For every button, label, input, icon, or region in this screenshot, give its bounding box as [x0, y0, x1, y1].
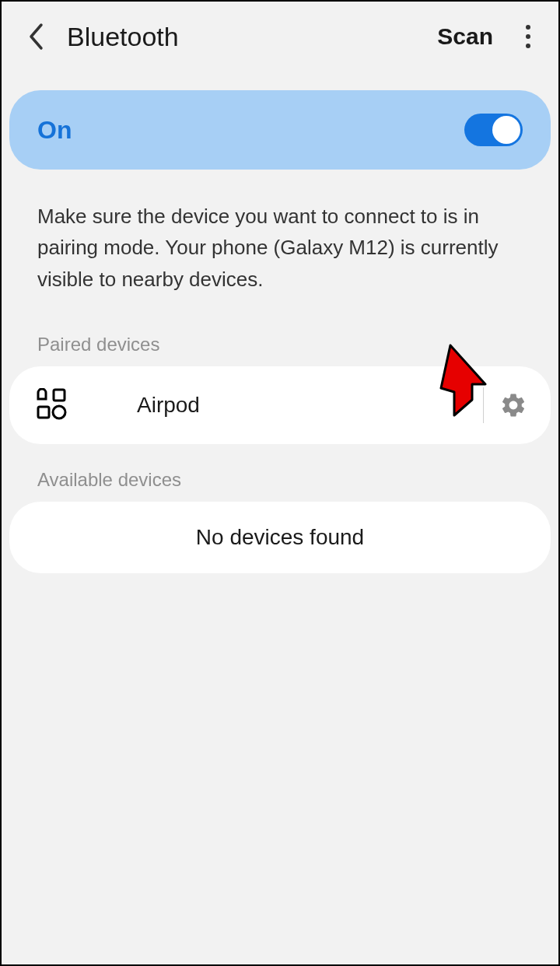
- no-devices-card: No devices found: [9, 502, 551, 573]
- svg-point-5: [53, 406, 65, 418]
- svg-point-2: [526, 44, 530, 48]
- svg-rect-4: [54, 390, 65, 401]
- scan-button[interactable]: Scan: [437, 23, 493, 50]
- pairing-description: Make sure the device you want to connect…: [2, 170, 558, 318]
- no-devices-text: No devices found: [196, 525, 364, 549]
- paired-devices-label: Paired devices: [2, 318, 558, 366]
- row-divider: [483, 387, 484, 423]
- back-button[interactable]: [20, 21, 51, 52]
- status-label: On: [37, 116, 72, 145]
- chevron-left-icon: [27, 23, 44, 51]
- svg-point-0: [526, 25, 530, 30]
- svg-point-1: [526, 34, 530, 39]
- gear-icon: [499, 391, 527, 419]
- svg-rect-3: [38, 407, 49, 418]
- paired-device-row[interactable]: Airpod: [9, 366, 551, 444]
- bluetooth-status-card: On: [9, 90, 551, 170]
- bluetooth-toggle[interactable]: [464, 114, 523, 146]
- toggle-knob: [492, 116, 520, 144]
- page-title: Bluetooth: [67, 22, 437, 52]
- more-options-button[interactable]: [516, 21, 540, 52]
- device-type-icon: [31, 387, 68, 424]
- more-vertical-icon: [525, 24, 531, 49]
- device-name: Airpod: [137, 393, 469, 418]
- device-settings-button[interactable]: [498, 390, 529, 421]
- available-devices-label: Available devices: [2, 444, 558, 502]
- header-bar: Bluetooth Scan: [2, 2, 558, 72]
